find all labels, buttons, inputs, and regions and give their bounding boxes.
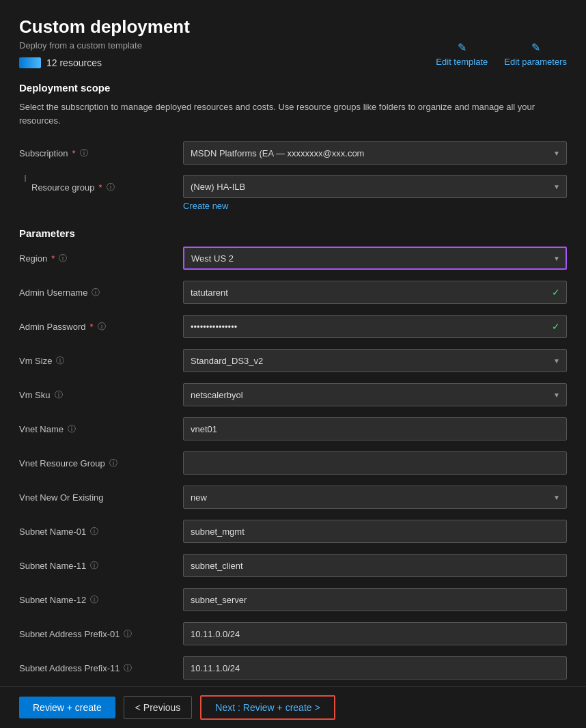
vm-size-label: Vm Size ⓘ [19, 355, 183, 367]
resource-group-info-icon[interactable]: ⓘ [107, 182, 115, 193]
admin-password-required: * [90, 322, 94, 332]
admin-password-input[interactable] [183, 315, 567, 338]
vnet-new-existing-row: Vnet New Or Existing new ▼ [19, 485, 567, 509]
vm-sku-control: netscalerbyol ▼ [183, 383, 567, 406]
edit-template-button[interactable]: ✎ Edit template [436, 41, 488, 67]
subnet-prefix-01-label: Subnet Address Prefix-01 ⓘ [19, 628, 183, 640]
subscription-row: Subscription * ⓘ MSDN Platforms (EA — xx… [19, 141, 567, 165]
vm-size-select[interactable]: Standard_DS3_v2 [183, 349, 567, 372]
vnet-name-info-icon[interactable]: ⓘ [68, 423, 76, 435]
parameters-section: Parameters Region * ⓘ West US 2 ▼ Admin … [19, 227, 567, 680]
subnet-name-12-input[interactable] [183, 588, 567, 611]
admin-password-check-icon: ✓ [552, 321, 560, 332]
page-title: Custom deployment [19, 16, 567, 38]
vm-size-info-icon[interactable]: ⓘ [56, 355, 64, 367]
vm-sku-info-icon[interactable]: ⓘ [55, 389, 63, 401]
subnet-prefix-01-input[interactable] [183, 622, 567, 645]
review-create-button[interactable]: Review + create [19, 697, 115, 718]
vm-size-control: Standard_DS3_v2 ▼ [183, 349, 567, 372]
subscription-required: * [72, 148, 76, 158]
resources-icon [19, 57, 41, 68]
admin-password-control: ✓ [183, 315, 567, 338]
deployment-scope-desc: Select the subscription to manage deploy… [19, 100, 567, 127]
subnet-name-01-input[interactable] [183, 520, 567, 543]
create-new-link[interactable]: Create new [183, 201, 567, 211]
vnet-name-label: Vnet Name ⓘ [19, 423, 183, 435]
resource-group-select[interactable]: (New) HA-ILB [183, 175, 567, 198]
vm-sku-select[interactable]: netscalerbyol [183, 383, 567, 406]
subnet-prefix-01-row: Subnet Address Prefix-01 ⓘ [19, 621, 567, 646]
subnet-name-12-info-icon[interactable]: ⓘ [90, 594, 98, 606]
bottom-bar: Review + create < Previous Next : Review… [0, 686, 586, 728]
resource-group-required: * [99, 182, 102, 193]
edit-template-icon: ✎ [458, 41, 466, 54]
vm-sku-row: Vm Sku ⓘ netscalerbyol ▼ [19, 382, 567, 407]
previous-button[interactable]: < Previous [124, 696, 193, 719]
subscription-label: Subscription * ⓘ [19, 148, 183, 159]
subnet-name-01-info-icon[interactable]: ⓘ [90, 526, 98, 537]
subnet-name-11-row: Subnet Name-11 ⓘ [19, 553, 567, 578]
subnet-prefix-11-row: Subnet Address Prefix-11 ⓘ [19, 656, 567, 680]
admin-password-row: Admin Password * ⓘ ✓ [19, 314, 567, 339]
admin-username-check-icon: ✓ [552, 287, 560, 298]
resource-group-row: Resource group * ⓘ (New) HA-ILB ▼ Create… [19, 175, 567, 211]
vnet-new-existing-control: new ▼ [183, 486, 567, 509]
subnet-prefix-01-info-icon[interactable]: ⓘ [124, 628, 132, 640]
subnet-name-12-control [183, 588, 567, 611]
region-info-icon[interactable]: ⓘ [59, 253, 67, 264]
subnet-name-12-row: Subnet Name-12 ⓘ [19, 587, 567, 612]
vm-size-row: Vm Size ⓘ Standard_DS3_v2 ▼ [19, 348, 567, 373]
subnet-name-01-label: Subnet Name-01 ⓘ [19, 526, 183, 537]
vnet-name-control [183, 417, 567, 440]
admin-username-input[interactable] [183, 281, 567, 304]
subnet-name-01-row: Subnet Name-01 ⓘ [19, 519, 567, 544]
parameters-title: Parameters [19, 227, 567, 239]
resources-label: 12 resources [46, 57, 102, 68]
admin-username-row: Admin Username ⓘ ✓ [19, 280, 567, 305]
subnet-name-11-control [183, 554, 567, 577]
vnet-new-existing-label: Vnet New Or Existing [19, 492, 183, 503]
subnet-prefix-11-info-icon[interactable]: ⓘ [124, 662, 132, 674]
top-actions: ✎ Edit template ✎ Edit parameters [436, 41, 567, 67]
subnet-prefix-01-control [183, 622, 567, 645]
edit-parameters-icon: ✎ [531, 41, 540, 54]
subscription-select[interactable]: MSDN Platforms (EA — xxxxxxxx@xxx.com [183, 141, 567, 165]
admin-password-info-icon[interactable]: ⓘ [98, 321, 106, 333]
vnet-name-input[interactable] [183, 417, 567, 440]
region-required: * [51, 253, 55, 264]
region-label: Region * ⓘ [19, 253, 183, 264]
vnet-rg-input[interactable] [183, 451, 567, 475]
subnet-prefix-11-label: Subnet Address Prefix-11 ⓘ [19, 662, 183, 674]
deployment-scope-title: Deployment scope [19, 82, 567, 94]
region-select[interactable]: West US 2 [183, 247, 567, 270]
vnet-name-row: Vnet Name ⓘ [19, 417, 567, 441]
subnet-prefix-11-input[interactable] [183, 656, 567, 680]
admin-password-label: Admin Password * ⓘ [19, 321, 183, 333]
resource-group-content: (New) HA-ILB ▼ Create new [183, 175, 567, 211]
subnet-name-11-input[interactable] [183, 554, 567, 577]
subscription-info-icon[interactable]: ⓘ [80, 148, 88, 159]
edit-template-label: Edit template [436, 57, 488, 67]
subnet-name-01-control [183, 520, 567, 543]
subnet-name-11-label: Subnet Name-11 ⓘ [19, 560, 183, 572]
vnet-rg-label: Vnet Resource Group ⓘ [19, 458, 183, 469]
subscription-control: MSDN Platforms (EA — xxxxxxxx@xxx.com ▼ [183, 141, 567, 165]
subnet-name-12-label: Subnet Name-12 ⓘ [19, 594, 183, 606]
admin-username-info-icon[interactable]: ⓘ [92, 287, 100, 298]
subnet-name-11-info-icon[interactable]: ⓘ [90, 560, 98, 572]
region-row: Region * ⓘ West US 2 ▼ [19, 246, 567, 270]
vnet-rg-row: Vnet Resource Group ⓘ [19, 451, 567, 475]
resource-group-label: Resource group * ⓘ [19, 182, 183, 193]
edit-parameters-label: Edit parameters [504, 57, 567, 67]
vm-sku-label: Vm Sku ⓘ [19, 389, 183, 401]
rg-label-area: Resource group * ⓘ [19, 175, 183, 193]
vnet-new-existing-select[interactable]: new [183, 486, 567, 509]
next-button[interactable]: Next : Review + create > [200, 695, 335, 720]
vnet-rg-control [183, 451, 567, 475]
subnet-prefix-11-control [183, 656, 567, 680]
admin-username-label: Admin Username ⓘ [19, 287, 183, 298]
admin-username-control: ✓ [183, 281, 567, 304]
edit-parameters-button[interactable]: ✎ Edit parameters [504, 41, 567, 67]
vnet-rg-info-icon[interactable]: ⓘ [109, 458, 117, 469]
region-control: West US 2 ▼ [183, 247, 567, 270]
